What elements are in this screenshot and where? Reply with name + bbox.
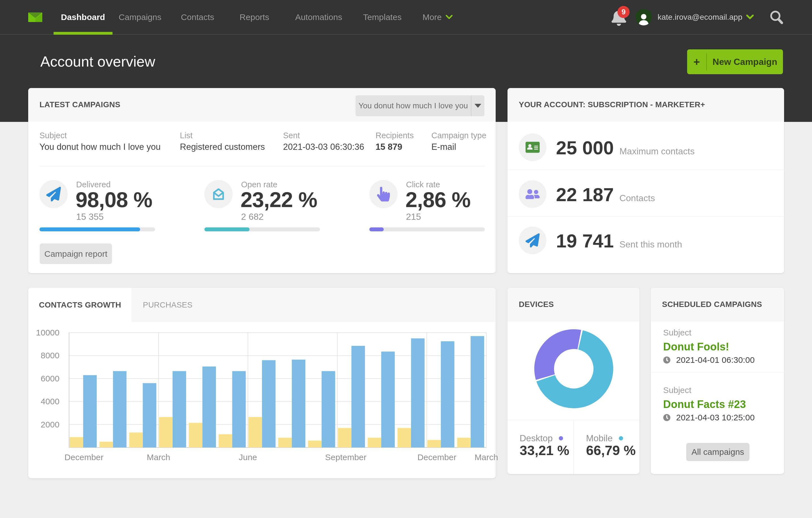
field-list: ListRegistered customers [180, 131, 265, 152]
nav-right: 9 kate.irova@ecomail.app [612, 0, 812, 34]
y-axis-label: 10000 [36, 328, 59, 337]
users-icon [526, 187, 540, 201]
bar-blue [411, 338, 425, 447]
bar-yellow [338, 428, 351, 447]
tab-purchases[interactable]: PURCHASES [132, 288, 203, 322]
account-value: 25 000 [556, 137, 614, 158]
bar-blue [173, 371, 186, 447]
nav-item-reports[interactable]: Reports [232, 0, 277, 34]
divider [39, 166, 484, 166]
nav-item-label: Campaigns [119, 12, 162, 22]
bar-blue [381, 352, 395, 447]
campaign-subject-link[interactable]: Donut Fools! [663, 341, 772, 353]
legend-mobile: Mobile66,79 % [574, 420, 640, 474]
campaign-selector-value: You donut how much I love you [355, 101, 471, 110]
devices-card: DEVICES Desktop33,21 %Mobile66,79 % [508, 288, 639, 474]
clock-icon [663, 356, 670, 364]
bar-yellow [159, 417, 173, 447]
y-axis-label: 4000 [40, 397, 59, 406]
campaign-selector[interactable]: You donut how much I love you [355, 96, 484, 116]
bar-blue [470, 336, 484, 447]
top-navigation: DashboardCampaignsContactsReportsAutomat… [0, 0, 812, 35]
account-line: 25 000Maximum contacts [556, 137, 695, 159]
bar-yellow [398, 428, 411, 447]
divider [508, 169, 784, 170]
card-header: YOUR ACCOUNT: SUBSCRIPTION - MARKETER+ [508, 88, 784, 121]
nav-item-campaigns[interactable]: Campaigns [111, 0, 169, 34]
scheduled-title: SCHEDULED CAMPAIGNS [662, 288, 762, 321]
account-icon-circle [519, 180, 546, 208]
notification-badge: 9 [617, 6, 630, 18]
devices-legend: Desktop33,21 %Mobile66,79 % [508, 420, 639, 474]
nav-item-contacts[interactable]: Contacts [173, 0, 221, 34]
field-label: List [180, 131, 265, 140]
legend-label: Desktop [520, 433, 553, 443]
account-value: 22 187 [556, 184, 614, 205]
campaign-subject-link[interactable]: Donut Facts #23 [663, 399, 772, 410]
ecomail-logo[interactable] [28, 12, 42, 22]
nav-item-label: Automations [295, 12, 342, 22]
y-axis-label: 8000 [40, 351, 59, 360]
field-value: You donut how much I love you [39, 142, 161, 152]
campaign-fields: SubjectYou donut how much I love youList… [28, 121, 496, 166]
account-icon-circle [519, 226, 546, 254]
card-header: LATEST CAMPAIGNS You donut how much I lo… [28, 88, 496, 121]
search-icon[interactable] [769, 10, 784, 25]
x-axis-label: March [147, 453, 170, 462]
y-axis-label: 6000 [40, 374, 59, 383]
scheduled-time-row: 2021-04-01 06:30:00 [663, 355, 772, 365]
nav-item-dashboard[interactable]: Dashboard [54, 0, 113, 34]
nav-item-automations[interactable]: Automations [288, 0, 350, 34]
nav-item-more[interactable]: More [415, 0, 460, 34]
legend-value: 33,21 % [520, 443, 569, 458]
plus-icon: + [687, 56, 706, 68]
tab-label: PURCHASES [143, 300, 193, 309]
tab-contacts-growth[interactable]: CONTACTS GROWTH [28, 288, 132, 322]
nav-item-templates[interactable]: Templates [356, 0, 409, 34]
clock-icon [663, 414, 670, 421]
account-label: Sent this month [619, 239, 682, 249]
account-icon-circle [519, 133, 546, 161]
new-campaign-button[interactable]: + New Campaign [687, 49, 783, 74]
devices-donut-chart [508, 321, 639, 420]
field-label: Subject [39, 131, 161, 140]
bar-yellow [70, 437, 83, 447]
stat-value: 2,86 % [405, 187, 470, 212]
field-recipients: Recipients15 879 [376, 131, 414, 152]
account-label: Contacts [619, 193, 655, 203]
scheduled-item: SubjectDonut Fools!2021-04-01 06:30:00 [663, 328, 772, 365]
divider [508, 216, 784, 217]
stat-icon-circle [39, 180, 68, 208]
notifications-button[interactable]: 9 [612, 9, 625, 25]
bar-yellow [428, 440, 441, 447]
dropdown-arrow-icon [471, 104, 484, 108]
latest-campaigns-card: LATEST CAMPAIGNS You donut how much I lo… [28, 88, 496, 273]
address-card-icon [526, 140, 540, 154]
nav-item-label: Reports [240, 12, 269, 22]
nav-item-label: More [422, 12, 441, 22]
scheduled-item: SubjectDonut Facts #232021-04-03 10:25:0… [663, 385, 772, 422]
stat-progress-fill [39, 227, 140, 231]
bar-blue [292, 360, 306, 447]
user-email[interactable]: kate.irova@ecomail.app [658, 13, 742, 22]
chevron-down-icon[interactable] [746, 15, 754, 20]
account-card-title: YOUR ACCOUNT: SUBSCRIPTION - MARKETER+ [519, 88, 705, 121]
subject-label: Subject [663, 328, 772, 337]
avatar[interactable] [636, 9, 652, 25]
field-label: Recipients [376, 131, 414, 140]
bar-yellow [249, 417, 262, 447]
stat-icon-circle [204, 180, 233, 208]
all-campaigns-button[interactable]: All campaigns [686, 443, 749, 461]
paper-plane-icon [46, 187, 61, 201]
legend-dot [559, 436, 563, 440]
legend-desktop: Desktop33,21 % [508, 420, 574, 474]
person-icon [638, 13, 649, 25]
x-axis-label: September [325, 453, 367, 462]
field-sent: Sent2021-03-03 06:30:36 [283, 131, 364, 152]
account-card: YOUR ACCOUNT: SUBSCRIPTION - MARKETER+ 2… [508, 88, 784, 273]
legend-label: Mobile [586, 433, 613, 443]
bar-yellow [129, 433, 143, 447]
y-axis-label: 2000 [40, 420, 59, 429]
legend-row: Desktop [520, 433, 563, 443]
campaign-report-button[interactable]: Campaign report [40, 244, 112, 264]
